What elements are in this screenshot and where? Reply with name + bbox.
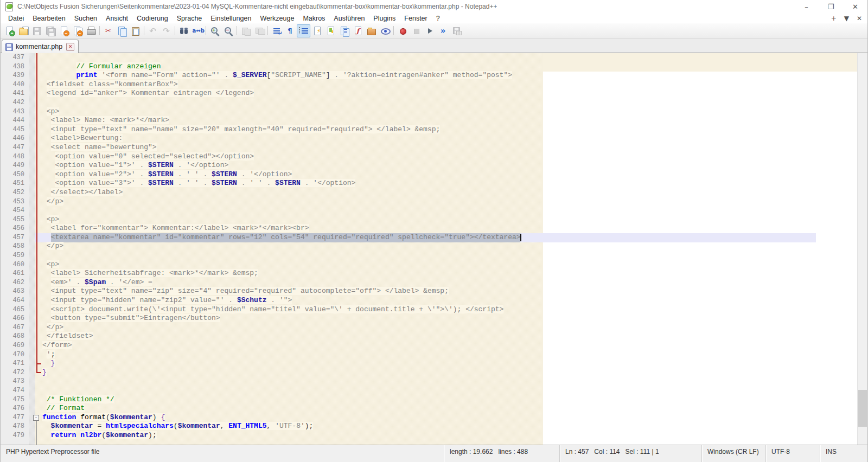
menu-item-sprache[interactable]: Sprache — [173, 14, 207, 23]
close-all-button[interactable]: − — [71, 24, 84, 37]
print-button[interactable] — [84, 24, 98, 37]
code-line[interactable]: 462 <em>' . $Spam . '</em> = — [1, 278, 858, 287]
menu-item-ansicht[interactable]: Ansicht — [101, 14, 132, 23]
code-line[interactable]: 475 /* Funktionen */ — [1, 395, 858, 405]
replace-button[interactable]: a↔b — [190, 24, 204, 37]
tab-kommentar-php[interactable]: kommentar.php ✕ — [2, 40, 79, 53]
restore-button[interactable]: ❐ — [819, 0, 843, 13]
zoom-out-button[interactable]: − — [221, 24, 235, 37]
scrollbar-thumb[interactable] — [858, 390, 867, 427]
word-wrap-button[interactable]: ↵ — [270, 24, 283, 37]
document-list-button[interactable] — [337, 24, 351, 37]
code-line[interactable]: 473 — [1, 377, 858, 386]
code-line[interactable]: 472} — [1, 368, 858, 377]
menu-item-werkzeuge[interactable]: Werkzeuge — [256, 14, 298, 23]
find-button[interactable] — [177, 24, 190, 37]
code-line[interactable]: 459 — [1, 251, 858, 260]
code-line[interactable]: 444 <label> Name: <mark>*</mark> — [1, 116, 858, 125]
close-tab-button-menurow[interactable]: ✕ — [857, 15, 862, 22]
vertical-scrollbar[interactable] — [857, 53, 867, 445]
folder-as-workspace-button[interactable] — [365, 24, 378, 37]
save-all-button[interactable] — [43, 24, 57, 37]
code-line[interactable]: 465 <script> document.write(\'<input typ… — [1, 305, 858, 315]
sync-vertical-button[interactable] — [239, 24, 252, 37]
close-window-button[interactable]: ✕ — [843, 0, 867, 13]
menu-item-ausf-hren[interactable]: Ausführen — [329, 14, 369, 23]
code-line[interactable]: 443 <p> — [1, 107, 858, 117]
menu-item-datei[interactable]: Datei — [4, 14, 28, 23]
code-line[interactable]: 467 </p> — [1, 323, 858, 332]
save-button[interactable] — [30, 24, 43, 37]
macro-save-button[interactable] — [450, 24, 463, 37]
code-line[interactable]: 458 </p> — [1, 242, 858, 251]
code-line[interactable]: 478 $kommentar = htmlspecialchars($komme… — [1, 422, 858, 431]
copy-button[interactable] — [115, 24, 129, 37]
code-line[interactable]: 454 — [1, 206, 858, 215]
new-tab-button[interactable]: + — [831, 15, 837, 22]
code-line[interactable]: 464 <input type="hidden" name="zip2" val… — [1, 296, 858, 305]
user-defined-language-button[interactable]: ⚡ — [310, 24, 324, 37]
cut-button[interactable]: ✂ — [101, 24, 115, 37]
code-line[interactable]: 449 <option value="1">' . $STERN . '</op… — [1, 161, 858, 170]
code-line[interactable]: 452 </select></label> — [1, 188, 858, 197]
code-line[interactable]: 438 // Formular anzeigen — [1, 62, 858, 72]
minimize-button[interactable]: – — [794, 0, 819, 13]
show-all-characters-button[interactable]: ¶ — [283, 24, 297, 37]
code-line[interactable]: 457 <textarea name="kommentar" id="komme… — [1, 233, 858, 242]
status-insert-mode[interactable]: INS — [820, 445, 867, 462]
menu-item-help[interactable]: ? — [432, 14, 444, 23]
tab-close-icon[interactable]: ✕ — [66, 43, 74, 51]
macro-record-button[interactable] — [395, 24, 409, 37]
menu-item-bearbeiten[interactable]: Bearbeiten — [28, 14, 69, 23]
code-line[interactable]: 440 <fieldset class="kommentarBox"> — [1, 80, 858, 89]
document-map-button[interactable] — [324, 24, 337, 37]
code-editor[interactable]: - 437438 // Formular anzeigen439 print '… — [1, 53, 867, 445]
code-line[interactable]: 442 — [1, 98, 858, 107]
new-file-button[interactable]: + — [3, 24, 16, 37]
code-line[interactable]: 447 <select name="bewertung"> — [1, 143, 858, 152]
menu-item-suchen[interactable]: Suchen — [70, 14, 101, 23]
code-line[interactable]: 474 — [1, 386, 858, 395]
code-line[interactable]: 450 <option value="2">' . $STERN . ' ' .… — [1, 170, 858, 179]
code-line[interactable]: 455 <p> — [1, 215, 858, 224]
code-line[interactable]: 461 <label> Sicherheitsabfrage: <mark>*<… — [1, 269, 858, 278]
code-line[interactable]: 453 </p> — [1, 197, 858, 207]
tab-list-dropdown-button[interactable]: ▼ — [844, 15, 849, 22]
menu-item-einstellungen[interactable]: Einstellungen — [206, 14, 256, 23]
code-line[interactable]: 437 — [1, 53, 858, 62]
code-line[interactable]: 466 <button type="submit">Eintragen</but… — [1, 314, 858, 323]
code-line[interactable]: 441 <legend id="anker"> Kommentar eintra… — [1, 89, 858, 98]
code-line[interactable]: 456 <label for="kommentar"> Kommentar:</… — [1, 224, 858, 233]
paste-button[interactable] — [129, 24, 142, 37]
menu-item-fenster[interactable]: Fenster — [400, 14, 431, 23]
macro-run-multiple-button[interactable]: » — [436, 24, 450, 37]
code-line[interactable]: 468 </fieldset> — [1, 332, 858, 341]
code-line[interactable]: 446 <label>Bewertung: — [1, 134, 858, 143]
code-line[interactable]: 470 '; — [1, 350, 858, 360]
code-line[interactable]: 479 return nl2br($kommentar); — [1, 431, 858, 440]
zoom-in-button[interactable]: + — [208, 24, 221, 37]
code-line[interactable]: 460 <p> — [1, 260, 858, 270]
code-line[interactable]: 451 <option value="3">' . $STERN . ' ' .… — [1, 179, 858, 188]
code-line[interactable]: 469</form> — [1, 341, 858, 350]
macro-stop-button[interactable] — [409, 24, 423, 37]
show-indent-guide-button[interactable] — [297, 24, 310, 37]
redo-button[interactable]: ↷ — [159, 24, 173, 37]
code-line[interactable]: 476 // Format — [1, 404, 858, 413]
code-line[interactable]: 471 } — [1, 359, 858, 368]
close-button[interactable]: − — [57, 24, 71, 37]
code-line[interactable]: 439 print '<form name="Form" action="' .… — [1, 71, 858, 80]
sync-horizontal-button[interactable] — [252, 24, 266, 37]
menu-item-plugins[interactable]: Plugins — [369, 14, 400, 23]
code-line[interactable]: 463 <input type="text" name="zip" size="… — [1, 287, 858, 296]
undo-button[interactable]: ↶ — [146, 24, 159, 37]
code-line[interactable]: 477function format($kommentar) { — [1, 413, 858, 422]
menu-item-makros[interactable]: Makros — [298, 14, 329, 23]
menu-item-codierung[interactable]: Codierung — [132, 14, 173, 23]
open-file-button[interactable] — [16, 24, 30, 37]
code-line[interactable]: 448 <option value="0" selected="selected… — [1, 152, 858, 162]
function-list-button[interactable]: ƒ — [351, 24, 365, 37]
monitoring-button[interactable] — [378, 24, 392, 37]
macro-play-button[interactable] — [423, 24, 436, 37]
code-line[interactable]: 445 <input type="text" name="name" size=… — [1, 125, 858, 134]
